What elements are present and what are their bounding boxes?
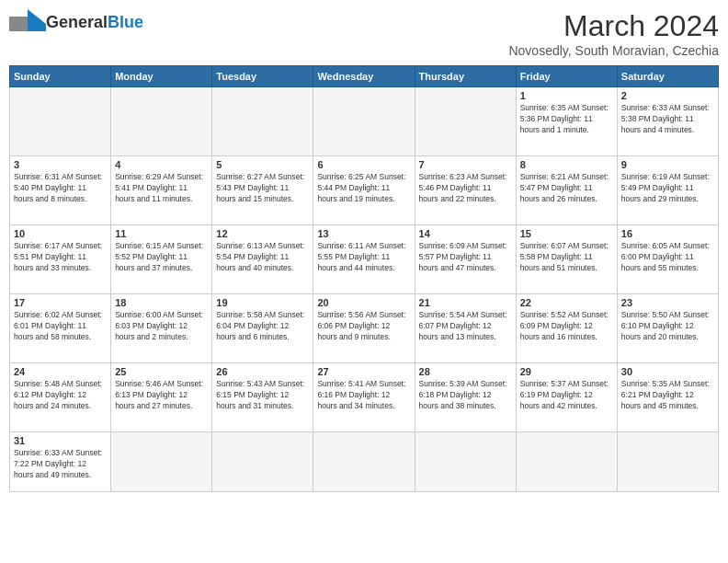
calendar-week-row: 31Sunrise: 6:33 AM Sunset: 7:22 PM Dayli… bbox=[10, 432, 719, 492]
header-sunday: Sunday bbox=[10, 66, 111, 87]
table-row bbox=[313, 432, 415, 492]
day-number: 19 bbox=[216, 297, 309, 308]
table-row bbox=[617, 432, 718, 492]
day-info: Sunrise: 5:35 AM Sunset: 6:21 PM Dayligh… bbox=[621, 379, 714, 412]
table-row: 24Sunrise: 5:48 AM Sunset: 6:12 PM Dayli… bbox=[10, 363, 111, 432]
day-number: 23 bbox=[621, 297, 714, 308]
table-row bbox=[313, 87, 415, 156]
day-number: 22 bbox=[520, 297, 613, 308]
table-row bbox=[212, 87, 313, 156]
day-number: 6 bbox=[317, 159, 410, 170]
table-row: 11Sunrise: 6:15 AM Sunset: 5:52 PM Dayli… bbox=[111, 225, 212, 294]
table-row bbox=[10, 87, 111, 156]
day-info: Sunrise: 6:35 AM Sunset: 5:36 PM Dayligh… bbox=[520, 103, 613, 136]
table-row: 18Sunrise: 6:00 AM Sunset: 6:03 PM Dayli… bbox=[111, 294, 212, 363]
table-row: 23Sunrise: 5:50 AM Sunset: 6:10 PM Dayli… bbox=[617, 294, 718, 363]
table-row: 27Sunrise: 5:41 AM Sunset: 6:16 PM Dayli… bbox=[313, 363, 415, 432]
table-row: 2Sunrise: 6:33 AM Sunset: 5:38 PM Daylig… bbox=[617, 87, 718, 156]
calendar-week-row: 3Sunrise: 6:31 AM Sunset: 5:40 PM Daylig… bbox=[10, 156, 719, 225]
table-row: 22Sunrise: 5:52 AM Sunset: 6:09 PM Dayli… bbox=[516, 294, 617, 363]
day-info: Sunrise: 5:41 AM Sunset: 6:16 PM Dayligh… bbox=[317, 379, 410, 412]
day-info: Sunrise: 6:25 AM Sunset: 5:44 PM Dayligh… bbox=[317, 172, 410, 205]
day-number: 13 bbox=[317, 228, 410, 239]
day-info: Sunrise: 5:48 AM Sunset: 6:12 PM Dayligh… bbox=[14, 379, 107, 412]
day-info: Sunrise: 6:05 AM Sunset: 6:00 PM Dayligh… bbox=[621, 241, 714, 274]
table-row bbox=[111, 87, 212, 156]
logo: GeneralBlue bbox=[9, 9, 143, 35]
table-row: 1Sunrise: 6:35 AM Sunset: 5:36 PM Daylig… bbox=[516, 87, 617, 156]
table-row: 4Sunrise: 6:29 AM Sunset: 5:41 PM Daylig… bbox=[111, 156, 212, 225]
day-info: Sunrise: 6:17 AM Sunset: 5:51 PM Dayligh… bbox=[14, 241, 107, 274]
table-row: 26Sunrise: 5:43 AM Sunset: 6:15 PM Dayli… bbox=[212, 363, 313, 432]
day-number: 17 bbox=[14, 297, 107, 308]
header: GeneralBlue March 2024 Novosedly, South … bbox=[9, 9, 719, 58]
day-info: Sunrise: 6:33 AM Sunset: 5:38 PM Dayligh… bbox=[621, 103, 714, 136]
day-number: 30 bbox=[621, 366, 714, 377]
svg-rect-2 bbox=[28, 24, 46, 31]
table-row: 17Sunrise: 6:02 AM Sunset: 6:01 PM Dayli… bbox=[10, 294, 111, 363]
logo-icon bbox=[9, 9, 42, 35]
table-row: 3Sunrise: 6:31 AM Sunset: 5:40 PM Daylig… bbox=[10, 156, 111, 225]
weekday-header-row: Sunday Monday Tuesday Wednesday Thursday… bbox=[10, 66, 719, 87]
day-info: Sunrise: 5:54 AM Sunset: 6:07 PM Dayligh… bbox=[419, 310, 512, 343]
day-number: 25 bbox=[115, 366, 208, 377]
day-info: Sunrise: 6:00 AM Sunset: 6:03 PM Dayligh… bbox=[115, 310, 208, 343]
day-number: 29 bbox=[520, 366, 613, 377]
day-number: 16 bbox=[621, 228, 714, 239]
day-info: Sunrise: 6:29 AM Sunset: 5:41 PM Dayligh… bbox=[115, 172, 208, 205]
table-row: 21Sunrise: 5:54 AM Sunset: 6:07 PM Dayli… bbox=[415, 294, 516, 363]
day-info: Sunrise: 6:21 AM Sunset: 5:47 PM Dayligh… bbox=[520, 172, 613, 205]
day-number: 24 bbox=[14, 366, 107, 377]
day-number: 28 bbox=[419, 366, 512, 377]
table-row: 15Sunrise: 6:07 AM Sunset: 5:58 PM Dayli… bbox=[516, 225, 617, 294]
day-number: 21 bbox=[419, 297, 512, 308]
day-number: 26 bbox=[216, 366, 309, 377]
day-info: Sunrise: 6:07 AM Sunset: 5:58 PM Dayligh… bbox=[520, 241, 613, 274]
header-monday: Monday bbox=[111, 66, 212, 87]
table-row: 7Sunrise: 6:23 AM Sunset: 5:46 PM Daylig… bbox=[415, 156, 516, 225]
header-thursday: Thursday bbox=[415, 66, 516, 87]
header-tuesday: Tuesday bbox=[212, 66, 313, 87]
table-row: 29Sunrise: 5:37 AM Sunset: 6:19 PM Dayli… bbox=[516, 363, 617, 432]
header-saturday: Saturday bbox=[617, 66, 718, 87]
table-row: 28Sunrise: 5:39 AM Sunset: 6:18 PM Dayli… bbox=[415, 363, 516, 432]
title-area: March 2024 Novosedly, South Moravian, Cz… bbox=[508, 9, 719, 58]
table-row: 10Sunrise: 6:17 AM Sunset: 5:51 PM Dayli… bbox=[10, 225, 111, 294]
day-info: Sunrise: 5:50 AM Sunset: 6:10 PM Dayligh… bbox=[621, 310, 714, 343]
table-row: 8Sunrise: 6:21 AM Sunset: 5:47 PM Daylig… bbox=[516, 156, 617, 225]
day-info: Sunrise: 6:11 AM Sunset: 5:55 PM Dayligh… bbox=[317, 241, 410, 274]
day-number: 4 bbox=[115, 159, 208, 170]
table-row bbox=[415, 432, 516, 492]
table-row: 12Sunrise: 6:13 AM Sunset: 5:54 PM Dayli… bbox=[212, 225, 313, 294]
table-row: 9Sunrise: 6:19 AM Sunset: 5:49 PM Daylig… bbox=[617, 156, 718, 225]
day-info: Sunrise: 6:15 AM Sunset: 5:52 PM Dayligh… bbox=[115, 241, 208, 274]
table-row bbox=[516, 432, 617, 492]
day-number: 9 bbox=[621, 159, 714, 170]
table-row: 25Sunrise: 5:46 AM Sunset: 6:13 PM Dayli… bbox=[111, 363, 212, 432]
table-row: 5Sunrise: 6:27 AM Sunset: 5:43 PM Daylig… bbox=[212, 156, 313, 225]
table-row: 30Sunrise: 5:35 AM Sunset: 6:21 PM Dayli… bbox=[617, 363, 718, 432]
day-info: Sunrise: 6:27 AM Sunset: 5:43 PM Dayligh… bbox=[216, 172, 309, 205]
calendar-week-row: 24Sunrise: 5:48 AM Sunset: 6:12 PM Dayli… bbox=[10, 363, 719, 432]
day-info: Sunrise: 6:19 AM Sunset: 5:49 PM Dayligh… bbox=[621, 172, 714, 205]
day-number: 14 bbox=[419, 228, 512, 239]
table-row bbox=[415, 87, 516, 156]
table-row: 13Sunrise: 6:11 AM Sunset: 5:55 PM Dayli… bbox=[313, 225, 415, 294]
day-number: 8 bbox=[520, 159, 613, 170]
day-number: 12 bbox=[216, 228, 309, 239]
day-info: Sunrise: 6:33 AM Sunset: 7:22 PM Dayligh… bbox=[14, 448, 107, 481]
table-row: 6Sunrise: 6:25 AM Sunset: 5:44 PM Daylig… bbox=[313, 156, 415, 225]
month-title: March 2024 bbox=[508, 9, 719, 43]
day-number: 3 bbox=[14, 159, 107, 170]
logo-text: GeneralBlue bbox=[46, 13, 143, 32]
day-info: Sunrise: 5:43 AM Sunset: 6:15 PM Dayligh… bbox=[216, 379, 309, 412]
day-number: 31 bbox=[14, 435, 107, 446]
day-number: 1 bbox=[520, 90, 613, 101]
day-info: Sunrise: 6:13 AM Sunset: 5:54 PM Dayligh… bbox=[216, 241, 309, 274]
table-row: 19Sunrise: 5:58 AM Sunset: 6:04 PM Dayli… bbox=[212, 294, 313, 363]
table-row: 14Sunrise: 6:09 AM Sunset: 5:57 PM Dayli… bbox=[415, 225, 516, 294]
calendar-week-row: 1Sunrise: 6:35 AM Sunset: 5:36 PM Daylig… bbox=[10, 87, 719, 156]
day-info: Sunrise: 6:23 AM Sunset: 5:46 PM Dayligh… bbox=[419, 172, 512, 205]
day-info: Sunrise: 5:52 AM Sunset: 6:09 PM Dayligh… bbox=[520, 310, 613, 343]
calendar-week-row: 10Sunrise: 6:17 AM Sunset: 5:51 PM Dayli… bbox=[10, 225, 719, 294]
